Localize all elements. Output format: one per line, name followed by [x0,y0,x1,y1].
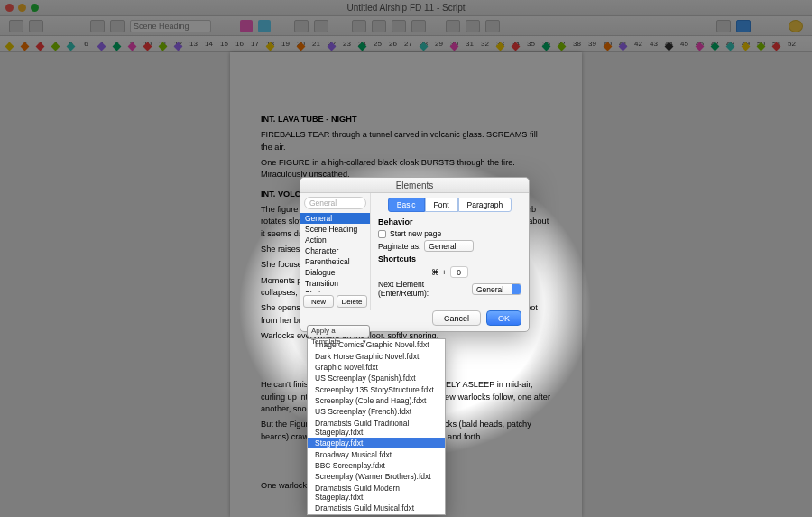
template-menu-item[interactable]: Graphic Novel.fdxt [308,362,445,373]
template-menu-item[interactable]: US Screenplay (Spanish).fdxt [308,373,445,383]
new-element-button[interactable]: New [303,295,334,308]
ruler-marker[interactable] [266,42,275,51]
ruler-tick[interactable]: 6 [78,40,94,48]
close-window[interactable] [5,4,14,12]
ruler-tick[interactable]: 19 [278,40,293,48]
ruler-tick[interactable]: 2 [17,40,32,48]
ruler-tick[interactable]: 39 [585,40,600,48]
start-new-page-checkbox[interactable] [378,230,386,238]
ruler-marker[interactable] [512,42,521,51]
element-list-item[interactable]: Transition [300,278,370,289]
ruler-marker[interactable] [5,42,14,51]
ruler-tick[interactable]: 17 [247,40,263,48]
ruler-tick[interactable]: 22 [324,40,339,48]
ruler-tick[interactable]: 29 [431,40,447,48]
ruler-tick[interactable]: 20 [293,40,309,48]
ruler-tick[interactable]: 5 [63,40,78,48]
ruler-tick[interactable]: 8 [109,40,125,48]
scene-ruler[interactable]: 1234567891011121314151617181920212223242… [0,36,812,52]
dialog-tab[interactable]: Paragraph [458,198,512,212]
ruler-tick[interactable]: 48 [723,40,738,48]
ruler-tick[interactable]: 16 [232,40,247,48]
ruler-tick[interactable]: 34 [508,40,523,48]
ruler-tick[interactable]: 24 [355,40,370,48]
ruler-tick[interactable]: 51 [769,40,784,48]
ruler-marker[interactable] [174,42,183,51]
ok-button[interactable]: OK [486,310,521,326]
fullscreen-icon[interactable] [789,20,803,32]
ruler-tick[interactable]: 28 [416,40,431,48]
ruler-tick[interactable]: 41 [615,40,631,48]
ruler-tick[interactable]: 4 [48,40,63,48]
layout-icon[interactable] [294,20,309,32]
ruler-tick[interactable]: 14 [201,40,217,48]
ruler-marker[interactable] [97,42,106,51]
ruler-marker[interactable] [665,42,674,51]
template-menu-item[interactable]: Index Cards for outlining.fdxt [308,513,445,515]
cancel-button[interactable]: Cancel [432,310,481,326]
ruler-tick[interactable]: 38 [569,40,585,48]
apply-template-button[interactable]: Apply a Template [307,325,370,337]
ruler-tick[interactable]: 13 [186,40,201,48]
ruler-marker[interactable] [143,42,152,51]
ruler-tick[interactable]: 27 [401,40,416,48]
element-list-item[interactable]: Dialogue [300,267,370,278]
template-menu[interactable]: Image Comics Graphic Novel.fdxtDark Hors… [307,338,446,515]
highlight-pink[interactable] [240,20,253,32]
minimize-window[interactable] [18,4,26,12]
ruler-tick[interactable]: 9 [125,40,140,48]
ruler-tick[interactable]: 21 [309,40,324,48]
fx-icon[interactable] [485,20,500,32]
ruler-marker[interactable] [128,42,137,51]
template-menu-item[interactable]: US Screenplay (French).fdxt [308,406,445,417]
ruler-marker[interactable] [450,42,459,51]
ruler-tick[interactable]: 25 [370,40,385,48]
ruler-tick[interactable]: 37 [554,40,569,48]
ruler-marker[interactable] [67,42,76,51]
element-list[interactable]: GeneralScene HeadingActionCharacterParen… [300,213,370,292]
cloud-icon[interactable] [736,20,751,32]
split-icon[interactable] [29,20,43,32]
template-menu-item[interactable]: Stageplay.fdxt [308,438,445,448]
delete-element-button[interactable]: Delete [337,295,367,308]
next-element-select[interactable]: General [472,283,521,295]
ruler-tick[interactable]: 36 [539,40,554,48]
ruler-tick[interactable]: 50 [753,40,769,48]
ruler-marker[interactable] [604,42,613,51]
ruler-tick[interactable]: 18 [263,40,278,48]
ruler-tick[interactable]: 46 [692,40,707,48]
ruler-marker[interactable] [420,42,429,51]
ruler-marker[interactable] [542,42,551,51]
ruler-tick[interactable]: 15 [217,40,232,48]
ruler-tick[interactable]: 44 [661,40,677,48]
template-menu-item[interactable]: Dramatists Guild Traditional Stageplay.f… [308,418,445,438]
ruler-marker[interactable] [757,42,766,51]
ruler-tick[interactable]: 12 [171,40,186,48]
columns-icon[interactable] [314,20,328,32]
script-line[interactable]: INT. LAVA TUBE - NIGHT [261,114,551,125]
ruler-tick[interactable]: 43 [646,40,661,48]
ruler-marker[interactable] [113,42,122,51]
ruler-marker[interactable] [772,42,781,51]
ruler-tick[interactable]: 42 [631,40,646,48]
page-icon[interactable] [90,20,105,32]
ruler-tick[interactable]: 40 [600,40,615,48]
nav-icon[interactable] [110,20,125,32]
ruler-marker[interactable] [496,42,505,51]
align-icon[interactable] [352,20,366,32]
ruler-tick[interactable]: 52 [784,40,799,48]
element-list-item[interactable]: Parenthetical [300,256,370,267]
element-list-item[interactable]: Character [300,245,370,256]
template-menu-item[interactable]: Dramatists Guild Musical.fdxt [308,503,445,513]
ruler-tick[interactable]: 1 [2,40,17,48]
ruler-marker[interactable] [159,42,168,51]
template-menu-item[interactable]: Dramatists Guild Modern Stageplay.fdxt [308,483,445,503]
shortcut-key-field[interactable]: 0 [450,266,468,278]
ruler-marker[interactable] [36,42,45,51]
element-list-item[interactable]: Action [300,235,370,245]
template-menu-item[interactable]: Dark Horse Graphic Novel.fdxt [308,350,445,361]
element-style-field[interactable]: Scene Heading [130,20,211,32]
element-search[interactable]: General [304,197,366,209]
ruler-tick[interactable]: 31 [462,40,477,48]
dialog-tab[interactable]: Font [425,198,458,212]
